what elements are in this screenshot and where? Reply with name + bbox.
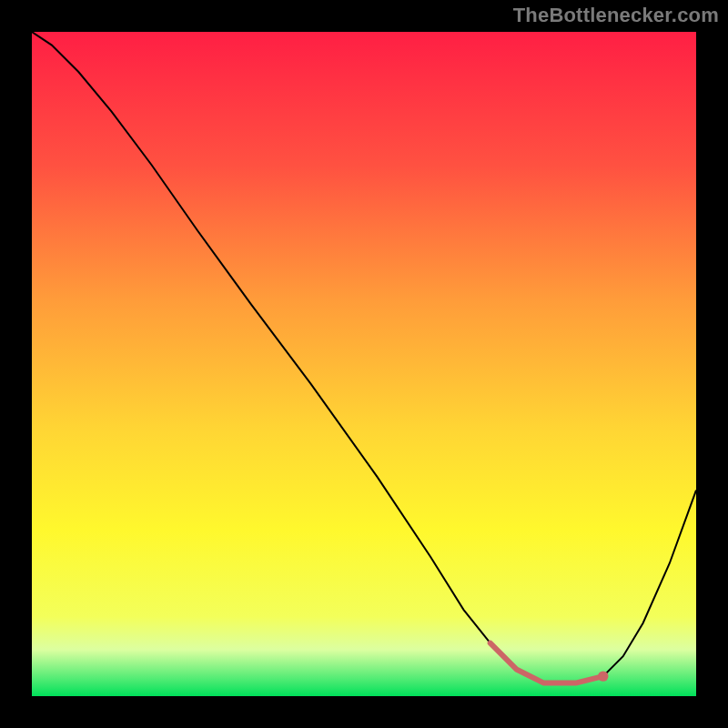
plot-area <box>32 32 696 696</box>
highlight-dot <box>598 671 608 681</box>
chart-container: TheBottlenecker.com <box>0 0 728 728</box>
gradient-background <box>32 32 696 696</box>
watermark-text: TheBottlenecker.com <box>513 4 719 27</box>
chart-svg <box>32 32 696 696</box>
